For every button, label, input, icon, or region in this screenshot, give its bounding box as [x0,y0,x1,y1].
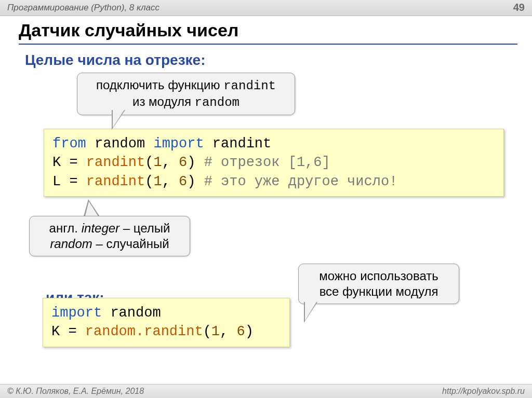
callout-line: можно использовать [308,268,449,284]
footer-url: http://kpolyakov.spb.ru [442,387,525,396]
page-number: 49 [513,2,525,13]
slide-title: Датчик случайных чисел [19,20,517,45]
callout-tail-icon [305,302,316,321]
code-line: K = randint(1, 6) # отрезок [1,6] [52,153,495,172]
callout-line: англ. integer – целый [39,221,180,236]
code-line: L = randint(1, 6) # это уже другое число… [52,172,495,191]
code-line: K = random.randint(1, 6) [51,322,281,341]
callout-tail-icon [113,110,124,128]
callout-line: подключить функцию randint [87,77,285,94]
callout-line: все функции модуля [308,284,449,299]
slide-header: Программирование (Python), 8 класс 49 [0,0,532,16]
code-line: from random import randint [52,134,495,153]
callout-connect-randint: подключить функцию randint из модуля ran… [77,73,295,115]
callout-line: random – случайный [39,236,180,252]
section-subtitle: Целые числа на отрезке: [25,52,517,68]
code-line: import random [51,304,281,322]
code-block-import-random: import random K = random.randint(1, 6) [43,298,290,347]
slide-content: Датчик случайных чисел Целые числа на от… [0,16,532,197]
callout-integer-random: англ. integer – целый random – случайный [29,216,190,256]
code-block-randint: from random import randint K = randint(1… [44,129,504,197]
course-label: Программирование (Python), 8 класс [7,3,159,13]
callout-all-functions: можно использовать все функции модуля [298,264,459,304]
slide-footer: © К.Ю. Поляков, Е.А. Ерёмин, 2018 http:/… [0,384,532,398]
copyright-label: © К.Ю. Поляков, Е.А. Ерёмин, 2018 [7,387,144,396]
callout-line: из модуля random [87,94,285,111]
